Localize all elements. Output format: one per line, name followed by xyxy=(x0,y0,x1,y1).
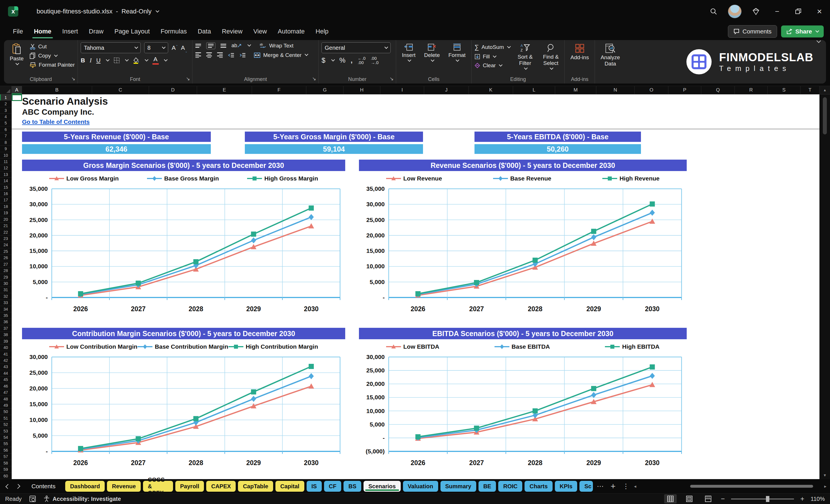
menu-tab-view[interactable]: View xyxy=(248,23,272,40)
column-header-T[interactable]: T xyxy=(801,86,820,94)
sheet-canvas[interactable]: Scenario Analysis ABC Company Inc. Go to… xyxy=(12,94,820,479)
page-layout-view-icon[interactable] xyxy=(683,494,696,503)
vertical-scroll-up-arrow[interactable]: ▲ xyxy=(820,86,830,94)
addins-button[interactable]: Add-ins xyxy=(568,42,592,62)
column-header-M[interactable]: M xyxy=(555,86,596,94)
row-header-59[interactable]: 59 xyxy=(0,466,11,473)
horizontal-scrollbar[interactable]: ◄ ► xyxy=(633,484,830,489)
row-header-28[interactable]: 28 xyxy=(0,267,11,274)
row-header-26[interactable]: 26 xyxy=(0,255,11,261)
selected-cell-a1[interactable] xyxy=(12,94,22,101)
sheet-tab-kpis[interactable]: KPIs xyxy=(555,481,577,492)
currency-chevron-icon[interactable] xyxy=(331,58,335,62)
column-header-J[interactable]: J xyxy=(424,86,469,94)
align-right-icon[interactable] xyxy=(217,52,223,58)
menu-tab-automate[interactable]: Automate xyxy=(272,23,310,40)
zoom-out-button[interactable]: − xyxy=(721,495,725,503)
share-button[interactable]: Share xyxy=(781,26,824,37)
menu-tab-help[interactable]: Help xyxy=(310,23,334,40)
row-header-36[interactable]: 36 xyxy=(0,319,11,325)
row-header-20[interactable]: 20 xyxy=(0,216,11,223)
row-header-43[interactable]: 43 xyxy=(0,364,11,370)
analyze-data-button[interactable]: Analyze Data xyxy=(598,42,623,68)
row-header-42[interactable]: 42 xyxy=(0,357,11,364)
column-header-H[interactable]: H xyxy=(344,86,380,94)
row-header-12[interactable]: 12 xyxy=(0,165,11,171)
insert-cells-button[interactable]: Insert xyxy=(399,42,418,63)
comma-format-button[interactable]: , xyxy=(351,56,353,64)
sheet-tab-is[interactable]: IS xyxy=(307,481,322,492)
row-header-50[interactable]: 50 xyxy=(0,409,11,415)
row-header-60[interactable]: 60 xyxy=(0,473,11,479)
row-header-47[interactable]: 47 xyxy=(0,389,11,396)
row-header-17[interactable]: 17 xyxy=(0,197,11,203)
column-header-N[interactable]: N xyxy=(596,86,635,94)
user-avatar[interactable] xyxy=(724,0,745,23)
row-header-55[interactable]: 55 xyxy=(0,441,11,447)
row-header-45[interactable]: 45 xyxy=(0,377,11,383)
column-header-I[interactable]: I xyxy=(380,86,424,94)
row-header-13[interactable]: 13 xyxy=(0,171,11,178)
minimize-button[interactable]: − xyxy=(767,0,788,23)
column-header-K[interactable]: K xyxy=(469,86,513,94)
hscroll-right-arrow[interactable]: ► xyxy=(823,484,827,489)
vertical-scrollbar[interactable]: ▼ xyxy=(820,94,830,479)
hscroll-left-arrow[interactable]: ◄ xyxy=(633,484,637,489)
borders-chevron-icon[interactable] xyxy=(125,58,129,62)
sheet-tab-capital[interactable]: Capital xyxy=(276,481,304,492)
row-header-49[interactable]: 49 xyxy=(0,402,11,408)
font-size-select[interactable]: 8 xyxy=(144,42,168,53)
increase-decimal-icon[interactable]: ←.0.00 xyxy=(358,56,366,65)
decrease-decimal-icon[interactable]: .00→.0 xyxy=(371,56,379,65)
row-header-52[interactable]: 52 xyxy=(0,421,11,428)
menu-tab-review[interactable]: Review xyxy=(217,23,248,40)
find-select-button[interactable]: Find & Select xyxy=(540,42,562,71)
chart-contribution-margin-scenarios-5-years-to-december-2030[interactable]: Contribution Margin Scenarios ($'000) - … xyxy=(22,328,345,473)
format-painter-button[interactable]: Format Painter xyxy=(29,62,75,68)
sheet-tab-cf[interactable]: CF xyxy=(324,481,342,492)
column-header-B[interactable]: B xyxy=(22,86,92,94)
underline-button[interactable]: U xyxy=(96,57,100,64)
row-header-38[interactable]: 38 xyxy=(0,332,11,338)
menu-tab-home[interactable]: Home xyxy=(28,23,57,40)
row-header-23[interactable]: 23 xyxy=(0,235,11,242)
clear-button[interactable]: Clear xyxy=(475,62,510,69)
row-header-37[interactable]: 37 xyxy=(0,325,11,332)
align-left-icon[interactable] xyxy=(195,52,201,58)
borders-icon[interactable] xyxy=(114,57,120,63)
sheet-tab-charts[interactable]: Charts xyxy=(524,481,552,492)
currency-format-button[interactable]: $ xyxy=(321,56,325,64)
decrease-font-icon[interactable]: Aˆ xyxy=(181,44,187,51)
restore-button[interactable] xyxy=(788,0,809,23)
decrease-indent-icon[interactable] xyxy=(228,53,234,58)
row-header-11[interactable]: 11 xyxy=(0,158,11,165)
paste-button[interactable]: Paste xyxy=(7,42,27,67)
align-top-icon[interactable] xyxy=(195,44,201,48)
sheet-tab-captable[interactable]: CapTable xyxy=(238,481,273,492)
sheet-tab-bs[interactable]: BS xyxy=(344,481,361,492)
orientation-chevron-icon[interactable] xyxy=(247,43,251,47)
page-break-view-icon[interactable] xyxy=(702,494,714,503)
row-header-16[interactable]: 16 xyxy=(0,190,11,197)
fill-color-chevron-icon[interactable] xyxy=(145,58,149,62)
row-header-9[interactable]: 9 xyxy=(0,146,11,152)
increase-indent-icon[interactable] xyxy=(240,53,246,58)
percent-format-button[interactable]: % xyxy=(340,56,346,64)
menu-tab-formulas[interactable]: Formulas xyxy=(155,23,192,40)
more-sheets-icon[interactable]: ⋯ xyxy=(595,482,605,490)
delete-cells-button[interactable]: Delete xyxy=(421,42,443,63)
chart-gross-margin-scenarios-5-years-to-december-2030[interactable]: Gross Margin Scenarios ($'000) - 5 years… xyxy=(22,160,345,319)
accessibility-status[interactable]: Accessibility: Investigate xyxy=(43,496,121,502)
comments-button[interactable]: Comments xyxy=(728,25,777,38)
row-header-21[interactable]: 21 xyxy=(0,223,11,229)
font-color-chevron-icon[interactable] xyxy=(164,58,168,62)
macro-record-icon[interactable] xyxy=(29,496,36,502)
row-header-44[interactable]: 44 xyxy=(0,370,11,376)
sheet-tab-roic[interactable]: ROIC xyxy=(498,481,522,492)
column-header-A[interactable]: A xyxy=(12,86,22,94)
align-center-icon[interactable] xyxy=(206,52,212,58)
sheet-tab-summary[interactable]: Summary xyxy=(441,481,476,492)
increase-font-icon[interactable]: Aˆ xyxy=(171,44,177,51)
zoom-slider-thumb[interactable] xyxy=(766,496,769,502)
row-header-10[interactable]: 10 xyxy=(0,152,11,158)
